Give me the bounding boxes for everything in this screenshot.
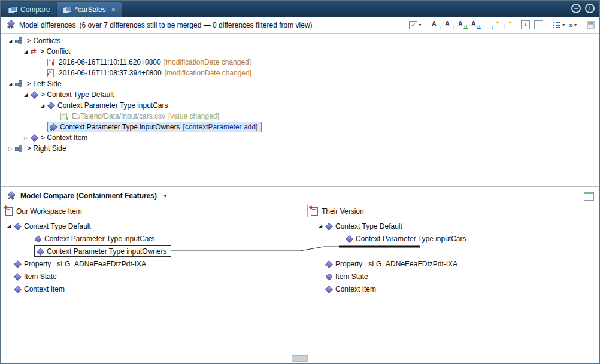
- expand-toggle-icon[interactable]: ◢: [5, 38, 15, 44]
- row-label: Context Item: [335, 285, 376, 293]
- expand-toggle-icon[interactable]: ◢: [4, 223, 14, 229]
- highlighted-element-box[interactable]: Context Parameter Type inputOwners: [34, 245, 171, 257]
- context-item-icon: [14, 286, 21, 293]
- row-label: Context Parameter Type inputCars: [356, 235, 466, 243]
- letter-a-glyph: A: [458, 20, 462, 27]
- tree-row-label: > Context Item: [41, 134, 87, 142]
- view-window-controls: − +: [571, 4, 595, 13]
- right-row-property[interactable]: Property _sLG_ADNeEeaFDtzPdt-IXA: [313, 257, 599, 270]
- tree-row-modification-date-2[interactable]: 2016-06-16T11:08:37.394+0800 [modificati…: [1, 68, 599, 78]
- item-state-icon: [325, 273, 332, 280]
- expand-toggle-icon[interactable]: ◢: [21, 49, 31, 54]
- tree-row-cars-csv[interactable]: E:/Talend/Data/Input/cars.csv [value cha…: [1, 111, 599, 122]
- left-row-context-type-default[interactable]: ◢ Context Type Default: [2, 220, 292, 232]
- tree-row-modification-date-1[interactable]: 2016-06-16T11:10:11.620+0800 [modificati…: [1, 57, 599, 68]
- tab-carsales-label: *carSales: [75, 5, 105, 14]
- expand-toggle-icon[interactable]: ◢: [5, 81, 15, 87]
- right-pane-header: Their Version: [307, 205, 598, 217]
- horizontal-scrollbar[interactable]: [1, 354, 599, 363]
- model-differences-header: Model differences (6 over 7 differences …: [1, 17, 599, 34]
- change-kind-suffix: [modificationDate changed]: [165, 69, 251, 77]
- checkbox-check-icon: ✓: [409, 21, 417, 29]
- left-row-input-owners[interactable]: Context Parameter Type inputOwners: [2, 245, 292, 257]
- expand-all-button[interactable]: +: [521, 20, 530, 29]
- sparkle-icon: ✦: [496, 20, 500, 25]
- compare-editor-window: Compare *carSales × − + Model difference…: [0, 0, 600, 364]
- tree-table-toggle-button[interactable]: [584, 192, 594, 201]
- tab-compare[interactable]: Compare: [2, 2, 56, 17]
- row-label: Property _sLG_ADNeEeaFDtzPdt-IXA: [24, 260, 146, 268]
- tree-row-conflict[interactable]: ◢ ⇄ > Conflict: [1, 46, 599, 57]
- selected-diff-item[interactable]: Context Parameter Type inputOwners [cont…: [47, 122, 262, 132]
- expand-toggle-icon[interactable]: ▷: [21, 135, 31, 141]
- context-parameter-icon: [346, 235, 353, 242]
- right-row-context-item[interactable]: Context Item: [313, 283, 599, 295]
- copy-current-right-to-left-button[interactable]: A ↓: [444, 20, 453, 30]
- tree-row-conflicts[interactable]: ◢ > Conflicts: [1, 35, 599, 46]
- letter-a-glyph: A: [471, 20, 475, 27]
- compare-view-selector[interactable]: Model Compare (Containment Features) ▼: [20, 192, 168, 200]
- merge-mode-dropdown-button[interactable]: ✓ ▾: [409, 21, 421, 29]
- context-item-icon: [325, 286, 332, 293]
- plus-glyph: +: [524, 22, 528, 28]
- tree-row-context-item[interactable]: ▷ > Context Item: [1, 132, 599, 143]
- previous-difference-button[interactable]: ↑ ✦: [502, 20, 511, 30]
- right-row-item-state[interactable]: Item State: [313, 270, 599, 283]
- property-icon: [14, 260, 21, 268]
- left-row-context-item[interactable]: Context Item: [2, 283, 292, 295]
- scrollbar-thumb[interactable]: [292, 355, 308, 362]
- filters-dropdown-button[interactable]: » ▾: [569, 22, 577, 29]
- minimize-view-button[interactable]: −: [571, 4, 581, 13]
- group-icon: [15, 80, 24, 87]
- row-label: Item State: [335, 272, 368, 281]
- diff-toolbar: ✓ ▾ A ↓ A ↓ A ⇊ A ⇊ ↓ ✦: [409, 20, 595, 30]
- combo-arrow-icon: ▼: [163, 193, 168, 199]
- dropdown-arrow-icon: ▾: [562, 22, 565, 28]
- right-pane-header-label: Their Version: [322, 207, 364, 216]
- down-arrow-icon: ↓: [452, 25, 455, 31]
- double-down-arrow-icon: ⇊: [463, 25, 468, 31]
- collapse-all-button[interactable]: −: [534, 20, 543, 29]
- modification-date-icon: [47, 59, 54, 66]
- left-row-input-cars[interactable]: Context Parameter Type inputCars: [2, 232, 292, 245]
- left-row-item-state[interactable]: Item State: [2, 270, 292, 283]
- tab-close-icon[interactable]: ×: [111, 6, 116, 13]
- tab-carsales[interactable]: *carSales ×: [57, 2, 121, 17]
- left-row-property[interactable]: Property _sLG_ADNeEeaFDtzPdt-IXA: [2, 257, 292, 270]
- expand-toggle-icon[interactable]: ▷: [5, 146, 15, 151]
- property-icon: [325, 260, 332, 268]
- expand-toggle-icon[interactable]: ◢: [316, 223, 325, 229]
- differences-summary-text: (6 over 7 differences still to be merged…: [80, 21, 313, 29]
- minus-glyph: −: [537, 22, 541, 28]
- expand-toggle-icon[interactable]: ◢: [38, 103, 47, 108]
- row-label: Context Type Default: [335, 222, 402, 230]
- next-difference-button[interactable]: ↓ ✦: [490, 20, 498, 30]
- copy-all-left-to-right-button[interactable]: A ⇊: [457, 20, 466, 30]
- maximize-view-button[interactable]: +: [585, 4, 595, 13]
- change-kind-suffix: [contextParameter add]: [183, 123, 258, 131]
- tree-row-label: > Left Side: [27, 80, 62, 88]
- context-item-icon: [31, 134, 38, 141]
- context-type-icon: [14, 223, 21, 230]
- copy-current-left-to-right-button[interactable]: A ↓: [431, 20, 440, 30]
- tree-row-input-owners-selected[interactable]: Context Parameter Type inputOwners [cont…: [1, 122, 599, 132]
- tree-row-input-cars[interactable]: ◢ Context Parameter Type inputCars: [1, 100, 599, 111]
- dropdown-arrow-icon: ▾: [419, 22, 421, 28]
- right-row-context-type-default[interactable]: ◢ Context Type Default: [313, 220, 599, 232]
- save-disk-icon: [587, 21, 595, 29]
- groups-dropdown-button[interactable]: ▾: [553, 22, 565, 29]
- expand-toggle-icon[interactable]: ◢: [21, 92, 31, 98]
- letter-a-glyph: A: [432, 20, 436, 27]
- tree-row-label: > Right Side: [27, 144, 66, 153]
- right-row-input-cars[interactable]: Context Parameter Type inputCars: [313, 232, 599, 245]
- tree-row-right-side[interactable]: ▷ > Right Side: [1, 143, 599, 154]
- copy-all-right-to-left-button[interactable]: A ⇊: [471, 20, 480, 30]
- editor-tab-bar: Compare *carSales × − +: [1, 1, 599, 17]
- model-differences-title: Model differences: [19, 21, 76, 29]
- row-label: Context Parameter Type inputCars: [44, 235, 155, 243]
- tree-row-left-side[interactable]: ◢ > Left Side: [1, 78, 599, 89]
- save-button[interactable]: [587, 21, 595, 29]
- item-state-icon: [14, 273, 21, 280]
- tree-row-context-type-default[interactable]: ◢ > Context Type Default: [1, 89, 599, 100]
- compare-editor-icon: [63, 7, 71, 13]
